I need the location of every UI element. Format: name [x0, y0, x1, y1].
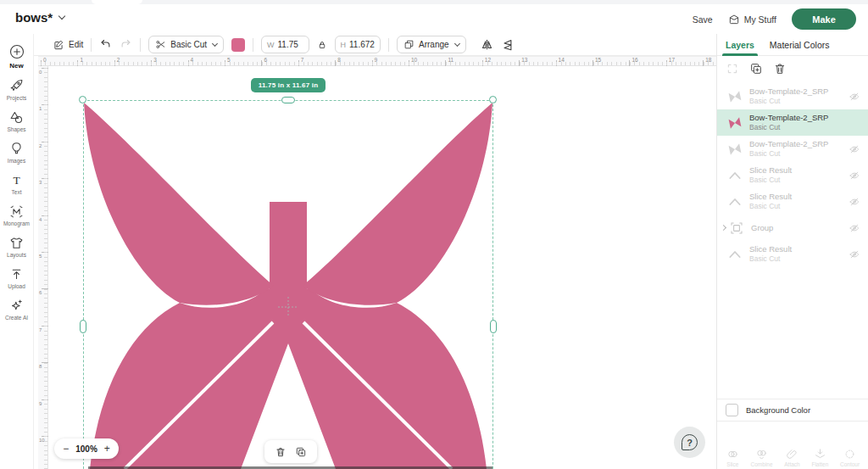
- layer-row[interactable]: Slice Result Basic Cut: [717, 188, 868, 215]
- right-panel: Layers Material Colors Bow-Template-2_SR…: [716, 34, 868, 469]
- visibility-toggle-icon[interactable]: [849, 196, 860, 208]
- panel-action-contour[interactable]: Contour: [840, 448, 860, 469]
- flip-horizontal-button[interactable]: [481, 38, 493, 51]
- sidebar-item-icon: [9, 267, 24, 282]
- panel-action-attach[interactable]: Attach: [784, 448, 799, 469]
- visibility-toggle-icon[interactable]: [849, 222, 860, 234]
- design-canvas[interactable]: 11.75 in x 11.67 in − 100% + ?: [48, 66, 716, 469]
- sidebar-item-icon: [9, 173, 24, 187]
- layer-title: Slice Result: [749, 192, 849, 202]
- resize-handle-top-right[interactable]: [489, 96, 497, 103]
- sidebar-item-label: Upload: [8, 283, 25, 289]
- make-button[interactable]: Make: [792, 8, 856, 30]
- layer-row[interactable]: Group: [717, 215, 868, 241]
- visibility-toggle-icon[interactable]: [849, 143, 860, 155]
- layer-thumbnail-icon: [727, 115, 743, 131]
- delete-layer-button[interactable]: [773, 62, 787, 75]
- layer-list: Bow-Template-2_SRP Basic Cut Bow-Templat…: [717, 83, 868, 267]
- width-field[interactable]: W: [261, 36, 309, 53]
- layer-row[interactable]: Slice Result Basic Cut: [717, 241, 868, 267]
- sidebar-item-images[interactable]: Images: [0, 137, 34, 169]
- layer-thumbnail-icon: [727, 89, 743, 104]
- arrange-dropdown[interactable]: Arrange: [397, 36, 466, 53]
- height-input[interactable]: [349, 40, 375, 49]
- save-button[interactable]: Save: [693, 14, 713, 25]
- scissors-icon: [155, 39, 166, 50]
- bow-upper-right-wing: [303, 103, 492, 305]
- chevron-down-icon: [58, 13, 65, 20]
- chevron-right-icon: [721, 225, 726, 231]
- vertical-ruler: 012345678910: [38, 66, 48, 469]
- duplicate-layer-button[interactable]: [749, 62, 763, 75]
- sidebar-item-icon: [9, 79, 24, 93]
- panel-action-combine[interactable]: Combine: [751, 448, 773, 469]
- panel-tabs: Layers Material Colors: [717, 34, 868, 56]
- resize-handle-middle-left[interactable]: [80, 320, 86, 333]
- arrange-label: Arrange: [419, 40, 449, 49]
- sidebar-item-label: Monogram: [3, 221, 30, 226]
- zoom-in-button[interactable]: +: [104, 444, 110, 454]
- sidebar-item-icon: [9, 236, 24, 250]
- delete-object-button[interactable]: [275, 446, 287, 458]
- resize-handle-middle-right[interactable]: [490, 320, 497, 333]
- sidebar-item-projects[interactable]: Projects: [0, 75, 34, 106]
- height-field[interactable]: H: [335, 36, 381, 53]
- arrange-icon: [403, 39, 415, 50]
- layer-row[interactable]: Bow-Template-2_SRP Basic Cut: [717, 136, 868, 162]
- sidebar-item-text[interactable]: Text: [0, 169, 34, 200]
- visibility-toggle-icon[interactable]: [849, 248, 860, 260]
- visibility-toggle-icon[interactable]: [849, 170, 860, 181]
- layer-thumbnail-icon: [729, 221, 744, 236]
- layer-linetype: Basic Cut: [749, 123, 849, 132]
- select-all-button[interactable]: [726, 62, 739, 75]
- project-title-menu[interactable]: bows*: [15, 10, 64, 25]
- linetype-dropdown[interactable]: Basic Cut: [148, 36, 224, 53]
- layer-linetype: Basic Cut: [749, 149, 849, 159]
- zoom-out-button[interactable]: −: [63, 444, 69, 454]
- horizontal-ruler: 0123456789101112131415161718: [38, 56, 716, 66]
- sidebar-item-icon: [9, 142, 24, 156]
- tab-layers[interactable]: Layers: [724, 34, 756, 56]
- help-button[interactable]: ?: [674, 427, 705, 458]
- lock-icon[interactable]: [317, 40, 327, 50]
- visibility-toggle-icon[interactable]: [849, 91, 860, 103]
- sidebar-item-layouts[interactable]: Layouts: [0, 232, 34, 263]
- resize-handle-top-center[interactable]: [281, 97, 295, 103]
- layer-row[interactable]: Bow-Template-2_SRP Basic Cut: [717, 109, 868, 136]
- resize-handle-top-left[interactable]: [79, 96, 86, 103]
- sidebar-item-new[interactable]: New: [0, 39, 34, 75]
- tab-material-colors[interactable]: Material Colors: [768, 34, 832, 56]
- sidebar-item-create-ai[interactable]: Create AI: [0, 294, 34, 326]
- panel-action-flatten[interactable]: Flatten: [811, 448, 828, 469]
- flip-slant-button[interactable]: [501, 38, 514, 51]
- width-input[interactable]: [278, 40, 303, 49]
- bow-shape[interactable]: [48, 66, 716, 469]
- sidebar-item-shapes[interactable]: Shapes: [0, 106, 34, 137]
- left-sidebar: New Projects Shapes Images Text Monogram…: [0, 34, 34, 469]
- panel-action-slice[interactable]: Slice: [726, 448, 739, 469]
- layer-title: Bow-Template-2_SRP: [749, 87, 849, 97]
- color-swatch[interactable]: [231, 38, 245, 52]
- edit-button[interactable]: Edit: [53, 39, 83, 51]
- layer-row[interactable]: Slice Result Basic Cut: [717, 162, 868, 188]
- layer-row[interactable]: Bow-Template-2_SRP Basic Cut: [717, 83, 868, 109]
- background-color-swatch[interactable]: [726, 404, 738, 416]
- sidebar-item-upload[interactable]: Upload: [0, 263, 34, 294]
- layer-linetype: Basic Cut: [749, 176, 849, 185]
- layer-thumbnail-icon: [727, 247, 743, 262]
- background-color-label: Background Color: [746, 405, 810, 415]
- chevron-down-icon: [212, 41, 218, 47]
- sidebar-item-icon: [9, 299, 24, 313]
- redo-button[interactable]: [120, 38, 132, 51]
- divider: [388, 38, 389, 52]
- my-stuff-label: My Stuff: [744, 14, 776, 25]
- my-stuff-button[interactable]: My Stuff: [728, 14, 776, 25]
- sidebar-item-label: New: [9, 62, 23, 70]
- layer-title: Slice Result: [749, 244, 849, 254]
- undo-button[interactable]: [99, 38, 112, 51]
- panel-action-icon: [726, 448, 739, 461]
- sidebar-item-monogram[interactable]: Monogram: [0, 200, 34, 232]
- bow-upper-left-wing: [84, 103, 274, 305]
- layer-title: Bow-Template-2_SRP: [749, 139, 849, 149]
- duplicate-object-button[interactable]: [295, 446, 307, 458]
